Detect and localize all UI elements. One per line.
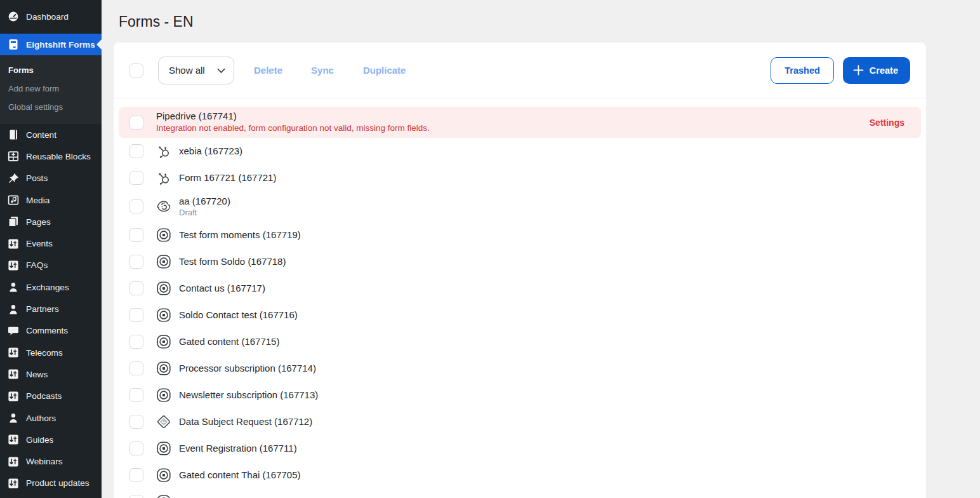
- sidebar-item-label: Posts: [26, 173, 48, 183]
- sidebar-item-content[interactable]: Content: [0, 124, 102, 145]
- form-row[interactable]: Gated content (167715): [119, 328, 921, 355]
- sidebar-item-analyst-reports[interactable]: Analyst reports: [0, 494, 102, 498]
- form-title[interactable]: Gated content (167715): [179, 336, 279, 347]
- create-button[interactable]: Create: [843, 57, 910, 84]
- sidebar-item-reusable-blocks[interactable]: Reusable Blocks: [0, 145, 102, 167]
- form-row[interactable]: xebia (167723): [119, 138, 921, 165]
- form-row-error[interactable]: Pipedrive (167741) Integration not enabl…: [119, 107, 921, 138]
- sidebar-item-label: Exchanges: [26, 283, 69, 292]
- sidebar-item-telecoms[interactable]: Telecoms: [0, 342, 102, 363]
- sidebar-item-label: Content: [26, 130, 56, 140]
- sidebar-item-label: Webinars: [26, 457, 63, 466]
- form-row[interactable]: Contact us (167717): [119, 275, 921, 302]
- sidebar-item-dashboard[interactable]: Dashboard: [0, 5, 102, 28]
- row-checkbox[interactable]: [129, 388, 143, 402]
- sidebar-item-media[interactable]: Media: [0, 189, 102, 211]
- form-title[interactable]: Form 167721 (167721): [179, 172, 276, 183]
- form-title[interactable]: Gated content Thai (167705): [179, 469, 301, 480]
- row-checkbox[interactable]: [129, 308, 143, 322]
- submenu-item-forms[interactable]: Forms: [0, 61, 102, 79]
- form-row[interactable]: Newsletter subscription (167713): [119, 382, 921, 408]
- row-checkbox[interactable]: [129, 441, 143, 455]
- sidebar-item-guides[interactable]: Guides: [0, 429, 102, 450]
- moments-icon: [156, 440, 172, 457]
- sidebar-item-posts[interactable]: Posts: [0, 168, 102, 189]
- sidebar-item-events[interactable]: Events: [0, 232, 102, 254]
- post-type-icon: [7, 368, 20, 380]
- row-checkbox[interactable]: [129, 144, 143, 158]
- form-status-draft: Draft: [179, 208, 230, 218]
- row-checkbox[interactable]: [129, 361, 143, 375]
- form-row[interactable]: Soldo Contact test (167716): [119, 302, 921, 328]
- form-row[interactable]: Test form Soldo (167718): [119, 248, 921, 275]
- person-icon: [7, 281, 20, 293]
- row-checkbox[interactable]: [129, 468, 143, 482]
- row-checkbox[interactable]: [129, 171, 143, 185]
- sidebar-item-product-updates[interactable]: Product updates: [0, 473, 102, 494]
- sidebar-item-label: Podcasts: [26, 391, 62, 401]
- row-checkbox[interactable]: [129, 255, 143, 269]
- sidebar-item-exchanges[interactable]: Exchanges: [0, 276, 102, 298]
- form-title[interactable]: Test form Soldo (167718): [179, 256, 286, 267]
- form-title[interactable]: Newsletter subscription (167713): [179, 389, 318, 400]
- sidebar-item-comments[interactable]: Comments: [0, 320, 102, 342]
- form-row[interactable]: Data Subject Request (167712): [119, 408, 921, 435]
- form-title[interactable]: xebia (167723): [179, 145, 242, 156]
- form-title[interactable]: Test form moments (167719): [179, 229, 301, 240]
- sidebar-item-label: Pages: [26, 217, 51, 227]
- row-checkbox[interactable]: [129, 281, 143, 295]
- filter-dropdown-value: Show all: [169, 65, 205, 76]
- sidebar-item-label: News: [26, 370, 48, 379]
- row-checkbox[interactable]: [129, 228, 143, 242]
- mailchimp-icon: [156, 198, 172, 215]
- dsr-icon: [156, 414, 172, 430]
- form-title[interactable]: Data Subject Request (167712): [179, 416, 312, 427]
- sidebar-item-label: Media: [26, 196, 50, 205]
- form-title[interactable]: Processor subscription (167714): [179, 363, 316, 374]
- sidebar-item-pages[interactable]: Pages: [0, 211, 102, 232]
- form-row[interactable]: [119, 488, 921, 498]
- form-title[interactable]: Contact us (167717): [179, 283, 265, 293]
- sidebar-item-podcasts[interactable]: Podcasts: [0, 386, 102, 407]
- form-row[interactable]: Event Registration (167711): [119, 435, 921, 462]
- form-title[interactable]: aa (167720): [179, 196, 230, 206]
- form-row[interactable]: Test form moments (167719): [119, 222, 921, 248]
- sidebar-item-eightshift-forms[interactable]: Eightshift Forms: [0, 34, 102, 55]
- sidebar-item-partners[interactable]: Partners: [0, 298, 102, 320]
- form-row[interactable]: Form 167721 (167721): [119, 165, 921, 191]
- row-checkbox[interactable]: [129, 495, 143, 498]
- delete-button[interactable]: Delete: [254, 65, 282, 76]
- row-checkbox[interactable]: [129, 116, 143, 130]
- trashed-button[interactable]: Trashed: [771, 57, 834, 84]
- row-checkbox[interactable]: [129, 335, 143, 349]
- sidebar-item-webinars[interactable]: Webinars: [0, 450, 102, 472]
- form-row[interactable]: aa (167720) Draft: [119, 191, 921, 222]
- sidebar-item-label: FAQs: [26, 260, 48, 270]
- pin-icon: [7, 172, 20, 185]
- moments-icon: [156, 467, 172, 483]
- form-title[interactable]: Event Registration (167711): [179, 443, 297, 454]
- form-row[interactable]: Gated content Thai (167705): [119, 462, 921, 488]
- sync-button[interactable]: Sync: [311, 65, 334, 76]
- sidebar-item-label: Comments: [26, 326, 68, 335]
- row-checkbox[interactable]: [129, 415, 143, 429]
- forms-toolbar: Show all Delete Sync Duplicate Trashed C…: [114, 43, 926, 98]
- moments-icon: [156, 253, 172, 270]
- settings-link[interactable]: Settings: [870, 118, 904, 128]
- filter-dropdown[interactable]: Show all: [158, 57, 234, 84]
- post-type-icon: [7, 259, 20, 272]
- form-title[interactable]: Pipedrive (167741): [156, 111, 430, 123]
- form-title[interactable]: Soldo Contact test (167716): [179, 309, 298, 320]
- duplicate-button[interactable]: Duplicate: [363, 65, 406, 76]
- sidebar-item-news[interactable]: News: [0, 363, 102, 385]
- form-row[interactable]: Processor subscription (167714): [119, 355, 921, 382]
- post-type-icon: [7, 477, 20, 490]
- pages-icon: [7, 215, 20, 228]
- row-checkbox[interactable]: [129, 199, 143, 213]
- sidebar-item-faqs[interactable]: FAQs: [0, 255, 102, 276]
- submenu-item-global-settings[interactable]: Global settings: [0, 98, 102, 116]
- sidebar-item-authors[interactable]: Authors: [0, 407, 102, 429]
- select-all-checkbox[interactable]: [129, 64, 143, 77]
- submenu-item-add-new-form[interactable]: Add new form: [0, 79, 102, 98]
- post-type-icon: [7, 455, 20, 468]
